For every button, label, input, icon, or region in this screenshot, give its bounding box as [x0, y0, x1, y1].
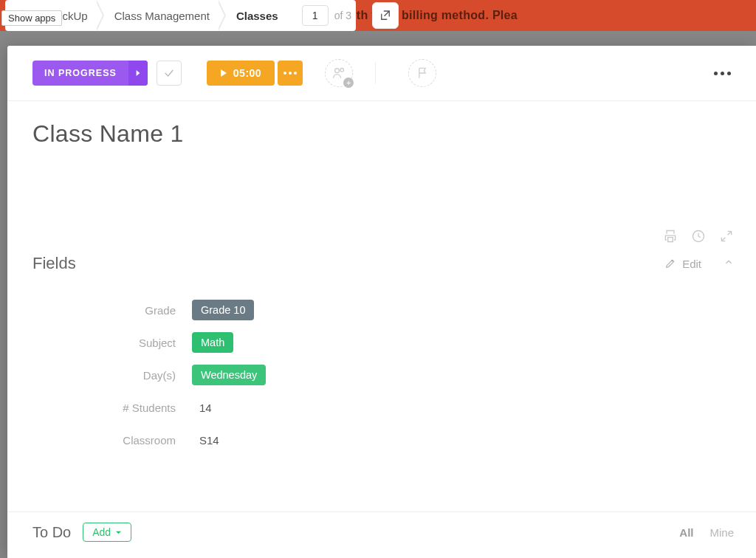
field-label: # Students	[32, 402, 192, 414]
more-icon	[284, 72, 297, 75]
add-todo-button[interactable]: Add	[83, 523, 131, 542]
edit-fields-button[interactable]: Edit	[664, 258, 701, 270]
svg-point-1	[340, 69, 344, 72]
filter-all[interactable]: All	[679, 526, 693, 539]
breadcrumb-bar: ClickUp Class Management Classes of 3	[5, 0, 399, 31]
filter-mine[interactable]: Mine	[709, 526, 734, 539]
crumb-list[interactable]: Classes	[223, 0, 292, 31]
edit-label: Edit	[682, 258, 701, 270]
field-label: Subject	[32, 337, 192, 349]
add-assignee-button[interactable]: +	[325, 59, 353, 87]
print-icon[interactable]	[663, 229, 678, 247]
field-row: # Students14	[32, 391, 731, 424]
field-row: Day(s)Wednesday	[32, 359, 731, 391]
task-menu-button[interactable]	[714, 72, 731, 75]
status-label: IN PROGRESS	[32, 68, 128, 78]
plus-icon: +	[343, 78, 354, 88]
collapse-fields-button[interactable]	[724, 257, 734, 270]
start-timer-button[interactable]: 05:00	[207, 61, 275, 86]
field-value-content: Grade 10	[192, 300, 254, 320]
task-title[interactable]: Class Name 1	[32, 120, 731, 148]
mark-complete-button[interactable]	[157, 61, 182, 86]
open-new-window-button[interactable]	[372, 2, 399, 29]
field-value[interactable]: Math	[192, 332, 233, 353]
task-panel: IN PROGRESS 05:00 + Class Name 1	[7, 46, 756, 558]
history-icon[interactable]	[691, 229, 706, 247]
status-advance-icon[interactable]	[128, 61, 148, 86]
divider	[375, 62, 376, 84]
field-value-content: 14	[192, 402, 212, 414]
field-value[interactable]: 14	[192, 402, 212, 414]
timer-value: 05:00	[233, 67, 261, 79]
fields-heading: Fields	[32, 254, 76, 273]
fields-table: GradeGrade 10SubjectMathDay(s)Wednesday#…	[7, 280, 756, 464]
field-value-content: Wednesday	[192, 365, 266, 385]
field-value[interactable]: Grade 10	[192, 300, 254, 320]
crumb-space[interactable]: Class Management	[101, 0, 223, 31]
status-button[interactable]: IN PROGRESS	[32, 61, 148, 86]
fields-header: Fields Edit	[7, 251, 756, 280]
field-value-content: Math	[192, 332, 233, 353]
field-row: SubjectMath	[32, 326, 731, 359]
field-value[interactable]: S14	[192, 434, 219, 447]
set-priority-button[interactable]	[408, 59, 436, 87]
todo-section: To Do Add All Mine	[7, 512, 756, 558]
task-utilities	[7, 155, 756, 251]
field-row: GradeGrade 10	[32, 294, 731, 326]
svg-point-0	[335, 69, 340, 73]
timer-group: 05:00	[207, 61, 303, 86]
timer-more-button[interactable]	[278, 61, 303, 86]
field-label: Day(s)	[32, 369, 192, 382]
field-value[interactable]: Wednesday	[192, 365, 266, 385]
page-nav: of 3	[302, 5, 351, 26]
field-row: ClassroomS14	[32, 424, 731, 456]
show-apps-tooltip: Show apps	[1, 10, 62, 26]
field-value-content: S14	[192, 434, 219, 447]
expand-icon[interactable]	[719, 229, 734, 247]
page-count: of 3	[334, 10, 351, 21]
field-label: Classroom	[32, 434, 192, 447]
task-toolbar: IN PROGRESS 05:00 +	[7, 46, 756, 100]
page-number-input[interactable]	[302, 5, 329, 26]
add-label: Add	[92, 526, 111, 538]
todo-heading: To Do	[32, 524, 71, 541]
field-label: Grade	[32, 304, 192, 317]
